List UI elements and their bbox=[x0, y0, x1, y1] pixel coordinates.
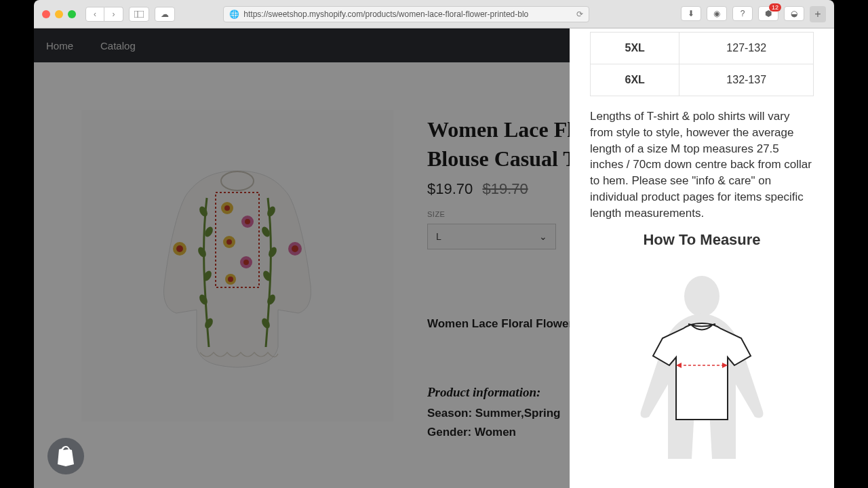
help-icon[interactable]: ? bbox=[732, 6, 753, 21]
share-icon[interactable]: ◒ bbox=[784, 6, 804, 21]
table-row: 5XL 127-132 bbox=[591, 33, 814, 64]
close-window-icon[interactable] bbox=[42, 10, 50, 18]
cloud-button[interactable]: ☁ bbox=[155, 7, 175, 22]
nav-buttons: ‹ › bbox=[85, 7, 123, 22]
size-cell: 6XL bbox=[591, 64, 679, 96]
maximize-window-icon[interactable] bbox=[68, 10, 76, 18]
viewport: Home Catalog bbox=[34, 28, 834, 488]
url-bar[interactable]: 🌐 https://sweetshop.myshopify.com/produc… bbox=[223, 6, 589, 22]
reload-icon[interactable]: ⟳ bbox=[576, 9, 583, 19]
sidebar-button[interactable] bbox=[129, 7, 149, 22]
toolbar-right: ⬇ ◉ ? ⬢12 ◒ + bbox=[681, 6, 826, 22]
download-icon[interactable]: ⬇ bbox=[681, 6, 701, 21]
table-row: 6XL 132-137 bbox=[591, 64, 814, 96]
browser-toolbar: ‹ › ☁ 🌐 https://sweetshop.myshopify.com/… bbox=[34, 0, 834, 28]
length-note: Lengths of T-shirt & polo shirts will va… bbox=[590, 108, 814, 222]
measure-diagram bbox=[590, 262, 814, 472]
extension-icon[interactable]: ⬢12 bbox=[758, 6, 778, 21]
forward-button[interactable]: › bbox=[104, 7, 123, 22]
back-button[interactable]: ‹ bbox=[85, 7, 104, 22]
globe-icon: 🌐 bbox=[229, 9, 239, 19]
url-text: https://sweetshop.myshopify.com/products… bbox=[243, 9, 528, 19]
range-cell: 132-137 bbox=[679, 64, 814, 96]
reader-icon[interactable]: ◉ bbox=[707, 6, 727, 21]
how-to-measure-heading: How To Measure bbox=[590, 231, 814, 249]
size-table: 5XL 127-132 6XL 132-137 bbox=[590, 32, 814, 96]
badge-count: 12 bbox=[769, 3, 781, 12]
window-controls bbox=[42, 10, 76, 18]
minimize-window-icon[interactable] bbox=[55, 10, 63, 18]
svg-rect-0 bbox=[134, 11, 144, 18]
svg-point-30 bbox=[684, 276, 719, 317]
range-cell: 127-132 bbox=[679, 33, 814, 64]
new-tab-button[interactable]: + bbox=[810, 6, 826, 22]
shopify-badge-icon[interactable] bbox=[47, 438, 84, 474]
size-cell: 5XL bbox=[591, 33, 679, 64]
size-guide-panel: 5XL 127-132 6XL 132-137 Lengths of T-shi… bbox=[570, 28, 834, 488]
